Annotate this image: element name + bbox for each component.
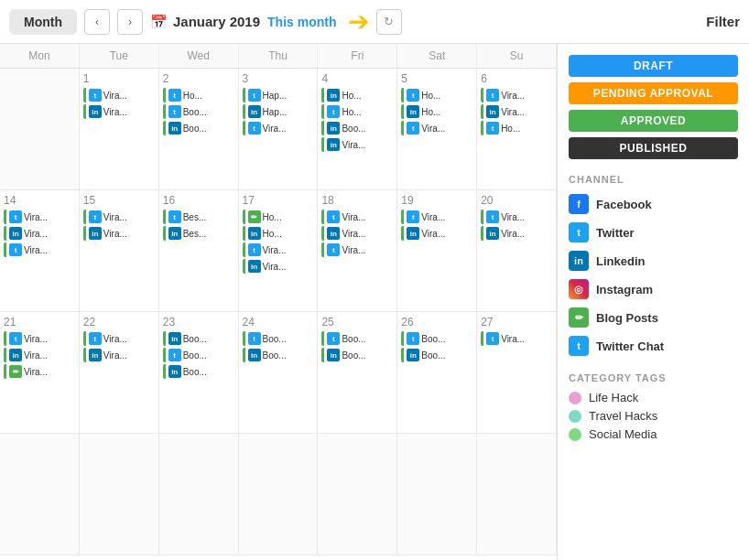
- post-item[interactable]: tVira...: [401, 210, 472, 224]
- channel-section-title: CHANNEL: [569, 174, 738, 185]
- post-label: Vira...: [24, 350, 48, 361]
- channel-twitterchat[interactable]: t Twitter Chat: [569, 334, 738, 358]
- post-label: Vira...: [342, 229, 365, 239]
- post-item[interactable]: tHo...: [163, 88, 234, 102]
- post-item[interactable]: inVira...: [243, 259, 314, 274]
- calendar-cell: [239, 434, 319, 555]
- post-item[interactable]: inBoo...: [163, 364, 234, 379]
- linkedin-icon: in: [569, 251, 589, 271]
- filter-button[interactable]: Filter: [706, 14, 740, 29]
- post-item[interactable]: inHo...: [243, 226, 314, 241]
- post-item[interactable]: tVira...: [481, 210, 552, 224]
- twitter-post-icon: t: [486, 89, 499, 102]
- post-item[interactable]: tVira...: [401, 121, 472, 135]
- undo-button[interactable]: ↻: [376, 9, 402, 35]
- post-item[interactable]: tBoo...: [243, 331, 314, 346]
- approved-badge[interactable]: APPROVED: [569, 110, 738, 132]
- post-item[interactable]: inVira...: [321, 226, 393, 241]
- post-item[interactable]: tVira...: [321, 210, 393, 224]
- next-month-button[interactable]: ›: [117, 9, 143, 35]
- cell-date-number: 25: [321, 316, 393, 328]
- published-badge[interactable]: PUBLISHED: [569, 137, 738, 159]
- channel-twitter[interactable]: t Twitter: [569, 221, 738, 244]
- cell-date-number: 14: [4, 194, 75, 207]
- post-label: Ho...: [421, 107, 440, 117]
- post-item[interactable]: inVira...: [4, 226, 75, 241]
- post-item[interactable]: tHap...: [243, 88, 314, 102]
- post-item[interactable]: tVira...: [481, 88, 552, 102]
- post-label: Boo...: [421, 350, 445, 361]
- post-item[interactable]: tBes...: [163, 210, 234, 224]
- post-item[interactable]: ✏Ho...: [243, 210, 314, 224]
- post-item[interactable]: tVira...: [83, 88, 155, 102]
- post-item[interactable]: inBoo...: [243, 348, 314, 362]
- channel-instagram[interactable]: ◎ Instagram: [569, 277, 738, 301]
- tag-lifehack[interactable]: Life Hack: [569, 391, 738, 404]
- post-item[interactable]: tBoo...: [401, 331, 472, 346]
- twitter-post-icon: t: [407, 332, 419, 345]
- tag-travelhacks[interactable]: Travel Hacks: [569, 409, 738, 423]
- post-item[interactable]: tVira...: [4, 331, 75, 346]
- post-item[interactable]: tVira...: [4, 242, 75, 257]
- socialmedia-dot: [569, 428, 581, 441]
- channel-blog[interactable]: ✏ Blog Posts: [569, 306, 738, 329]
- post-item[interactable]: inBoo...: [401, 348, 472, 362]
- post-item[interactable]: tVira...: [83, 331, 155, 346]
- post-item[interactable]: tBoo...: [321, 331, 393, 346]
- this-month-button[interactable]: This month: [267, 15, 336, 29]
- calendar-cell: 24tBoo...inBoo...: [239, 312, 319, 434]
- post-item[interactable]: inBoo...: [321, 121, 393, 135]
- post-item[interactable]: tVira...: [4, 210, 75, 224]
- cell-date-number: 23: [163, 316, 234, 328]
- post-item[interactable]: inVira...: [83, 226, 155, 241]
- post-item[interactable]: tBoo...: [163, 104, 234, 119]
- post-item[interactable]: tVira...: [243, 242, 314, 257]
- linkedin-post-icon: in: [327, 89, 340, 102]
- post-item[interactable]: tHo...: [401, 88, 472, 102]
- post-item[interactable]: tHo...: [321, 104, 393, 119]
- post-item[interactable]: ✏Vira...: [4, 364, 75, 379]
- post-label: Vira...: [263, 124, 287, 134]
- post-item[interactable]: tBoo...: [163, 348, 234, 362]
- post-item[interactable]: inBes...: [163, 226, 234, 241]
- post-item[interactable]: inHo...: [401, 104, 472, 119]
- post-label: Boo...: [183, 107, 207, 117]
- channel-linkedin[interactable]: in Linkedin: [569, 249, 738, 273]
- calendar-cell: 16tBes...inBes...: [159, 190, 239, 312]
- calendar-grid: 1tVira...inVira...2tHo...tBoo...inBoo...…: [0, 69, 557, 555]
- channel-facebook[interactable]: f Facebook: [569, 192, 738, 216]
- post-item[interactable]: tVira...: [243, 121, 314, 135]
- post-item[interactable]: inVira...: [481, 226, 552, 241]
- post-item[interactable]: inHap...: [243, 104, 314, 119]
- post-label: Vira...: [103, 229, 127, 239]
- post-item[interactable]: inVira...: [4, 348, 75, 362]
- post-item[interactable]: inVira...: [481, 104, 552, 119]
- post-item[interactable]: tVira...: [481, 331, 552, 346]
- tag-socialmedia[interactable]: Social Media: [569, 427, 738, 441]
- post-item[interactable]: inHo...: [321, 88, 393, 102]
- twitter-post-icon: t: [248, 89, 261, 102]
- post-label: Boo...: [342, 350, 365, 361]
- post-item[interactable]: inBoo...: [163, 331, 234, 346]
- post-item[interactable]: inVira...: [401, 226, 472, 241]
- post-item[interactable]: inVira...: [321, 137, 393, 152]
- calendar-cell: 17✏Ho...inHo...tVira...inVira...: [239, 190, 319, 312]
- prev-month-button[interactable]: ‹: [84, 9, 110, 35]
- post-label: Vira...: [24, 367, 48, 377]
- post-item[interactable]: inVira...: [83, 104, 155, 119]
- post-label: Vira...: [24, 212, 48, 222]
- post-label: Vira...: [103, 107, 127, 117]
- post-item[interactable]: tVira...: [83, 210, 155, 224]
- post-item[interactable]: tVira...: [321, 242, 393, 257]
- post-item[interactable]: inVira...: [83, 348, 155, 362]
- post-item[interactable]: inBoo...: [163, 121, 234, 135]
- pending-badge[interactable]: PENDING APPROVAL: [569, 82, 738, 104]
- post-label: Hap...: [263, 91, 288, 101]
- cell-date-number: 26: [401, 316, 472, 328]
- month-view-button[interactable]: Month: [9, 9, 77, 35]
- post-label: Vira...: [501, 212, 525, 222]
- post-item[interactable]: tHo...: [481, 121, 552, 135]
- post-item[interactable]: inBoo...: [321, 348, 393, 362]
- post-label: Ho...: [263, 229, 282, 239]
- draft-badge[interactable]: DRAFT: [569, 55, 738, 77]
